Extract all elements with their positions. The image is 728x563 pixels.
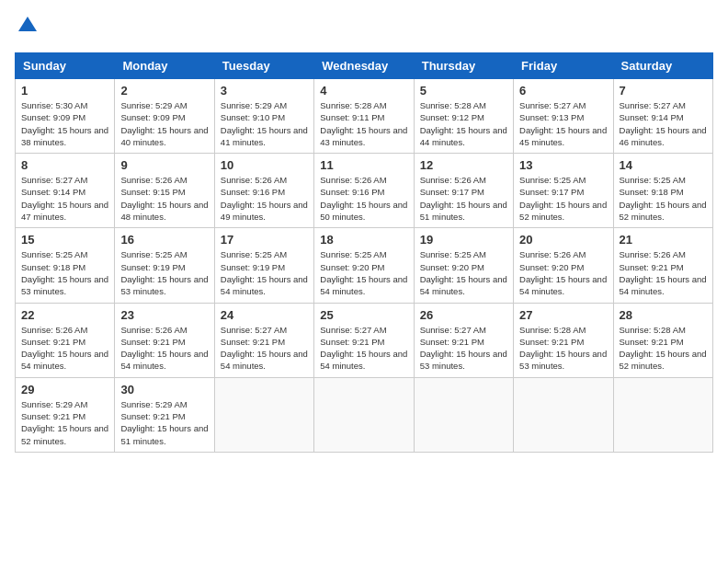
- day-info: Sunrise: 5:29 AM Sunset: 9:09 PM Dayligh…: [120, 99, 208, 148]
- svg-marker-0: [18, 17, 37, 31]
- day-number: 7: [620, 84, 707, 98]
- calendar-cell: 24Sunrise: 5:27 AM Sunset: 9:21 PM Dayli…: [214, 303, 313, 377]
- day-number: 28: [620, 308, 707, 322]
- calendar-cell: 2Sunrise: 5:29 AM Sunset: 9:09 PM Daylig…: [115, 79, 214, 154]
- day-info: Sunrise: 5:29 AM Sunset: 9:21 PM Dayligh…: [120, 398, 208, 447]
- calendar-cell: 11Sunrise: 5:26 AM Sunset: 9:16 PM Dayli…: [314, 154, 414, 228]
- calendar-week-3: 15Sunrise: 5:25 AM Sunset: 9:18 PM Dayli…: [16, 228, 713, 303]
- day-number: 22: [21, 308, 108, 322]
- logo-text: [15, 15, 39, 41]
- calendar-cell: [214, 377, 313, 452]
- calendar-cell: 8Sunrise: 5:27 AM Sunset: 9:14 PM Daylig…: [16, 154, 115, 228]
- day-number: 10: [221, 158, 308, 172]
- calendar-week-4: 22Sunrise: 5:26 AM Sunset: 9:21 PM Dayli…: [16, 303, 713, 377]
- day-number: 16: [120, 233, 208, 247]
- calendar-cell: 17Sunrise: 5:25 AM Sunset: 9:19 PM Dayli…: [214, 228, 313, 303]
- calendar-week-1: 1Sunrise: 5:30 AM Sunset: 9:09 PM Daylig…: [16, 79, 713, 154]
- calendar-cell: 4Sunrise: 5:28 AM Sunset: 9:11 PM Daylig…: [314, 79, 414, 154]
- day-number: 19: [420, 233, 507, 247]
- calendar-cell: 20Sunrise: 5:26 AM Sunset: 9:20 PM Dayli…: [514, 228, 613, 303]
- day-info: Sunrise: 5:26 AM Sunset: 9:17 PM Dayligh…: [420, 174, 507, 223]
- calendar-header-row: SundayMondayTuesdayWednesdayThursdayFrid…: [16, 53, 713, 79]
- day-number: 4: [320, 84, 407, 98]
- day-number: 17: [221, 233, 308, 247]
- calendar-cell: 29Sunrise: 5:29 AM Sunset: 9:21 PM Dayli…: [16, 377, 115, 452]
- day-number: 14: [620, 158, 707, 172]
- calendar-header-monday: Monday: [115, 53, 214, 79]
- calendar-cell: 26Sunrise: 5:27 AM Sunset: 9:21 PM Dayli…: [414, 303, 513, 377]
- day-number: 15: [21, 233, 108, 247]
- day-info: Sunrise: 5:30 AM Sunset: 9:09 PM Dayligh…: [21, 99, 108, 148]
- day-info: Sunrise: 5:26 AM Sunset: 9:20 PM Dayligh…: [519, 248, 607, 297]
- calendar-cell: 3Sunrise: 5:29 AM Sunset: 9:10 PM Daylig…: [214, 79, 313, 154]
- day-number: 24: [221, 308, 308, 322]
- calendar-cell: 9Sunrise: 5:26 AM Sunset: 9:15 PM Daylig…: [115, 154, 214, 228]
- day-info: Sunrise: 5:28 AM Sunset: 9:21 PM Dayligh…: [519, 324, 607, 373]
- calendar-header-tuesday: Tuesday: [214, 53, 313, 79]
- day-info: Sunrise: 5:27 AM Sunset: 9:13 PM Dayligh…: [519, 99, 607, 148]
- calendar-cell: 1Sunrise: 5:30 AM Sunset: 9:09 PM Daylig…: [16, 79, 115, 154]
- day-number: 26: [420, 308, 507, 322]
- calendar-cell: 13Sunrise: 5:25 AM Sunset: 9:17 PM Dayli…: [514, 154, 613, 228]
- calendar-cell: 22Sunrise: 5:26 AM Sunset: 9:21 PM Dayli…: [16, 303, 115, 377]
- day-info: Sunrise: 5:25 AM Sunset: 9:20 PM Dayligh…: [420, 248, 507, 297]
- calendar-header-thursday: Thursday: [414, 53, 513, 79]
- calendar-header-sunday: Sunday: [16, 53, 115, 79]
- day-number: 2: [120, 84, 208, 98]
- day-info: Sunrise: 5:25 AM Sunset: 9:18 PM Dayligh…: [21, 248, 108, 297]
- day-info: Sunrise: 5:27 AM Sunset: 9:14 PM Dayligh…: [620, 99, 707, 148]
- calendar-cell: [314, 377, 414, 452]
- calendar-cell: 16Sunrise: 5:25 AM Sunset: 9:19 PM Dayli…: [115, 228, 214, 303]
- day-info: Sunrise: 5:26 AM Sunset: 9:16 PM Dayligh…: [320, 174, 407, 223]
- day-number: 6: [519, 84, 607, 98]
- day-info: Sunrise: 5:28 AM Sunset: 9:11 PM Dayligh…: [320, 99, 407, 148]
- day-info: Sunrise: 5:27 AM Sunset: 9:21 PM Dayligh…: [320, 324, 407, 373]
- day-info: Sunrise: 5:29 AM Sunset: 9:10 PM Dayligh…: [221, 99, 308, 148]
- calendar-cell: 14Sunrise: 5:25 AM Sunset: 9:18 PM Dayli…: [613, 154, 712, 228]
- calendar-cell: 18Sunrise: 5:25 AM Sunset: 9:20 PM Dayli…: [314, 228, 414, 303]
- day-number: 1: [21, 84, 108, 98]
- calendar-cell: 15Sunrise: 5:25 AM Sunset: 9:18 PM Dayli…: [16, 228, 115, 303]
- day-number: 20: [519, 233, 607, 247]
- day-info: Sunrise: 5:29 AM Sunset: 9:21 PM Dayligh…: [21, 398, 108, 447]
- logo-icon: [17, 15, 39, 37]
- calendar-cell: 21Sunrise: 5:26 AM Sunset: 9:21 PM Dayli…: [613, 228, 712, 303]
- day-info: Sunrise: 5:25 AM Sunset: 9:17 PM Dayligh…: [519, 174, 607, 223]
- calendar-week-5: 29Sunrise: 5:29 AM Sunset: 9:21 PM Dayli…: [16, 377, 713, 452]
- day-number: 23: [120, 308, 208, 322]
- calendar-header-saturday: Saturday: [613, 53, 712, 79]
- day-number: 30: [120, 383, 208, 396]
- day-number: 13: [519, 158, 607, 172]
- day-info: Sunrise: 5:28 AM Sunset: 9:21 PM Dayligh…: [620, 324, 707, 373]
- day-number: 25: [320, 308, 407, 322]
- calendar-cell: 12Sunrise: 5:26 AM Sunset: 9:17 PM Dayli…: [414, 154, 513, 228]
- calendar-cell: [414, 377, 513, 452]
- calendar-cell: 28Sunrise: 5:28 AM Sunset: 9:21 PM Dayli…: [613, 303, 712, 377]
- day-info: Sunrise: 5:26 AM Sunset: 9:16 PM Dayligh…: [221, 174, 308, 223]
- day-number: 12: [420, 158, 507, 172]
- day-info: Sunrise: 5:25 AM Sunset: 9:18 PM Dayligh…: [620, 174, 707, 223]
- calendar-cell: 19Sunrise: 5:25 AM Sunset: 9:20 PM Dayli…: [414, 228, 513, 303]
- calendar-cell: 10Sunrise: 5:26 AM Sunset: 9:16 PM Dayli…: [214, 154, 313, 228]
- day-info: Sunrise: 5:27 AM Sunset: 9:21 PM Dayligh…: [420, 324, 507, 373]
- calendar-cell: 30Sunrise: 5:29 AM Sunset: 9:21 PM Dayli…: [115, 377, 214, 452]
- logo: [15, 15, 39, 41]
- day-info: Sunrise: 5:25 AM Sunset: 9:19 PM Dayligh…: [120, 248, 208, 297]
- calendar-cell: 27Sunrise: 5:28 AM Sunset: 9:21 PM Dayli…: [514, 303, 613, 377]
- calendar-cell: 25Sunrise: 5:27 AM Sunset: 9:21 PM Dayli…: [314, 303, 414, 377]
- calendar-cell: 6Sunrise: 5:27 AM Sunset: 9:13 PM Daylig…: [514, 79, 613, 154]
- calendar-cell: [514, 377, 613, 452]
- day-number: 9: [120, 158, 208, 172]
- calendar-cell: 5Sunrise: 5:28 AM Sunset: 9:12 PM Daylig…: [414, 79, 513, 154]
- day-info: Sunrise: 5:26 AM Sunset: 9:21 PM Dayligh…: [21, 324, 108, 373]
- calendar-table: SundayMondayTuesdayWednesdayThursdayFrid…: [15, 52, 713, 453]
- day-number: 21: [620, 233, 707, 247]
- calendar-cell: [613, 377, 712, 452]
- day-info: Sunrise: 5:25 AM Sunset: 9:19 PM Dayligh…: [221, 248, 308, 297]
- calendar-header-friday: Friday: [514, 53, 613, 79]
- day-number: 11: [320, 158, 407, 172]
- calendar-week-2: 8Sunrise: 5:27 AM Sunset: 9:14 PM Daylig…: [16, 154, 713, 228]
- page-header: [15, 15, 713, 41]
- day-info: Sunrise: 5:28 AM Sunset: 9:12 PM Dayligh…: [420, 99, 507, 148]
- day-info: Sunrise: 5:25 AM Sunset: 9:20 PM Dayligh…: [320, 248, 407, 297]
